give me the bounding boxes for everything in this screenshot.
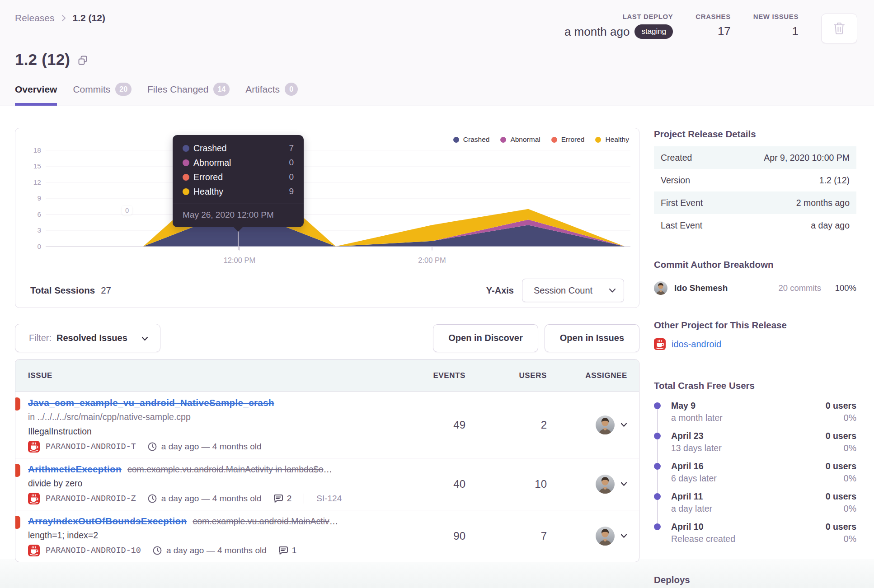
issue-assignee-dropdown[interactable] — [547, 475, 639, 494]
details-value: Apr 9, 2020 10:00 PM — [764, 153, 850, 163]
tooltip-series-label: Errored — [193, 172, 289, 182]
tab-count-badge: 20 — [115, 83, 132, 96]
issue-meta: PARANOID-ANDROID-10a day ago — 4 months … — [28, 545, 398, 556]
details-row-version: Version1.2 (12) — [654, 169, 856, 191]
tab-count-badge: 0 — [285, 83, 298, 96]
y-axis-select[interactable]: Session Count — [522, 279, 624, 302]
issue-title-link[interactable]: ArrayIndexOutOfBoundsException — [28, 516, 187, 527]
issue-short-id: PARANOID-ANDROID-10 — [46, 546, 141, 555]
deploys-heading: Deploys — [654, 574, 856, 585]
issues-filter-dropdown[interactable]: Filter: Resolved Issues — [15, 324, 160, 352]
svg-text:12: 12 — [33, 178, 41, 186]
issue-events-count: 40 — [407, 478, 465, 490]
issue-cell: Java_com_example_vu_android_NativeSample… — [15, 392, 407, 458]
legend-label: Errored — [561, 135, 585, 144]
svg-text:2:00 PM: 2:00 PM — [418, 256, 446, 264]
legend-item-healthy[interactable]: Healthy — [595, 135, 629, 144]
commit-author-name: Ido Shemesh — [674, 283, 778, 293]
tab-files-changed[interactable]: Files Changed14 — [147, 83, 230, 106]
timeline-percent: 0% — [826, 473, 856, 484]
tab-artifacts[interactable]: Artifacts0 — [245, 83, 298, 106]
issue-events-count: 49 — [407, 419, 465, 431]
legend-dot — [500, 137, 506, 143]
breadcrumb-releases[interactable]: Releases — [15, 13, 55, 23]
details-value: a day ago — [811, 220, 850, 231]
tooltip-series-dot — [183, 188, 189, 195]
avatar — [596, 527, 615, 546]
tooltip-series-label: Crashed — [193, 143, 289, 154]
issues-filter-bar: Filter: Resolved Issues Open in Discover… — [15, 324, 639, 352]
delete-release-button[interactable] — [821, 14, 857, 43]
timeline-percent: 0% — [826, 533, 856, 544]
timeline-users: 0 users — [826, 461, 856, 471]
crash-free-timeline-item: April 10Release created0 users0% — [654, 521, 856, 544]
timeline-sub: 13 days later — [671, 443, 826, 453]
avatar — [596, 415, 615, 434]
column-header-users: USERS — [465, 371, 547, 380]
issues-table: ISSUE EVENTS USERS ASSIGNEE Java_com_exa… — [15, 359, 639, 562]
issue-meta: PARANOID-ANDROID-Ta day ago — 4 months o… — [28, 441, 398, 453]
comment-icon — [273, 494, 283, 503]
timeline-text: April 2313 days later — [671, 430, 826, 453]
timeline-percent: 0% — [826, 412, 856, 423]
issue-assignee-dropdown[interactable] — [547, 415, 639, 434]
column-header-issue: ISSUE — [15, 371, 407, 380]
tooltip-series-label: Abnormal — [193, 158, 289, 168]
issue-cell: ArithmeticExceptioncom.example.vu.androi… — [15, 458, 407, 510]
tooltip-series-dot — [183, 159, 189, 166]
breadcrumb-current: 1.2 (12) — [73, 13, 105, 23]
trash-icon — [833, 22, 846, 35]
tab-label: Artifacts — [245, 84, 280, 95]
issue-users-count: 7 — [465, 530, 547, 542]
other-project-heading: Other Project for This Release — [654, 320, 856, 331]
other-project-row: idos-android — [654, 338, 856, 350]
copy-icon — [77, 55, 88, 66]
stacked-area-chart: 036912151812:00 PM2:00 PM — [15, 128, 639, 273]
tab-commits[interactable]: Commits20 — [73, 83, 132, 106]
tooltip-series-value: 7 — [289, 143, 294, 153]
legend-item-abnormal[interactable]: Abnormal — [500, 135, 540, 144]
timeline-sub: a day later — [671, 503, 826, 514]
tooltip-row-healthy: Healthy9 — [183, 184, 294, 199]
chevron-down-icon — [620, 423, 627, 427]
stat-value: a month ago — [564, 25, 630, 39]
tooltip-row-errored: Errored0 — [183, 170, 294, 184]
legend-dot — [595, 137, 601, 143]
sessions-chart[interactable]: 036912151812:00 PM2:00 PM CrashedAbnorma… — [15, 128, 639, 273]
issue-annotation[interactable]: SI-124 — [316, 494, 342, 504]
other-project-link[interactable]: idos-android — [672, 339, 721, 350]
timeline-dot-icon — [654, 433, 661, 439]
timeline-values: 0 users0% — [826, 430, 856, 453]
tab-label: Files Changed — [147, 84, 208, 95]
issue-comments[interactable]: 2 — [273, 494, 292, 504]
column-header-events: EVENTS — [407, 371, 465, 380]
timeline-percent: 0% — [826, 503, 856, 514]
issue-assignee-dropdown[interactable] — [547, 527, 639, 546]
stat-label: LAST DEPLOY — [623, 13, 673, 20]
copy-version-button[interactable] — [77, 55, 88, 66]
tab-overview[interactable]: Overview — [15, 83, 57, 106]
details-label: Created — [661, 153, 692, 163]
svg-text:12:00 PM: 12:00 PM — [224, 256, 256, 264]
tooltip-row-crashed: Crashed7 — [183, 141, 294, 155]
open-in-discover-button[interactable]: Open in Discover — [433, 324, 538, 352]
legend-item-errored[interactable]: Errored — [551, 135, 585, 144]
tooltip-series-dot — [183, 174, 189, 181]
stat-crashes: CRASHES17 — [695, 13, 731, 38]
details-value: 1.2 (12) — [819, 175, 850, 186]
release-sidebar: Project Release Details CreatedApr 9, 20… — [654, 128, 856, 585]
issue-comments[interactable]: 1 — [278, 546, 297, 555]
crash-free-users-timeline: May 9a month later0 users0%April 2313 da… — [654, 400, 856, 544]
issue-title-link[interactable]: ArithmeticException — [28, 464, 122, 475]
tab-count-badge: 14 — [213, 83, 230, 96]
commit-author-percent: 100% — [821, 283, 856, 293]
issue-age: a day ago — 4 months old — [148, 494, 262, 504]
open-in-issues-button[interactable]: Open in Issues — [545, 324, 639, 352]
timeline-sub: 6 days later — [671, 473, 826, 484]
legend-item-crashed[interactable]: Crashed — [453, 135, 490, 144]
crash-free-timeline-item: April 11a day later0 users0% — [654, 491, 856, 514]
error-level-indicator — [15, 464, 20, 477]
tooltip-series-value: 0 — [289, 158, 294, 168]
avatar — [654, 281, 667, 295]
issue-title-link[interactable]: Java_com_example_vu_android_NativeSample… — [28, 397, 274, 408]
